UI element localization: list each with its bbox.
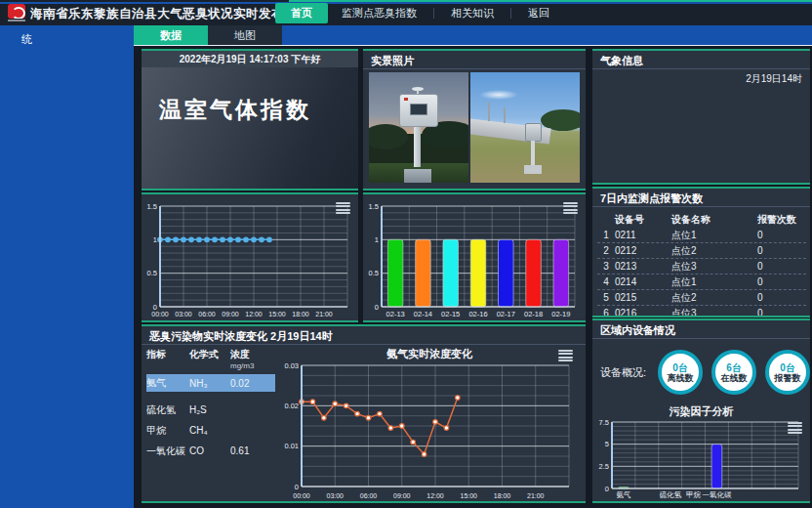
nav-separator <box>433 8 434 19</box>
svg-text:02-19: 02-19 <box>551 310 570 318</box>
chart-menu-icon[interactable] <box>563 202 578 214</box>
online-count-badge: 6台 在线数 <box>711 350 756 395</box>
svg-text:0.03: 0.03 <box>284 361 299 370</box>
panel-title: 气象信息 <box>592 51 810 69</box>
chart-menu-icon[interactable] <box>336 202 350 214</box>
scene-photos-panel: 实景照片 <box>363 49 586 190</box>
alarm-count-badge: 0台 报警数 <box>765 350 810 395</box>
odor-concentration-panel: 恶臭污染物实时浓度变化 2月19日14时 指标 化学式 浓度mg/m3 氨气 N… <box>142 324 586 503</box>
svg-text:7.5: 7.5 <box>599 418 609 427</box>
svg-text:0: 0 <box>605 485 609 493</box>
cabinet-screen <box>410 104 427 115</box>
nav-item-home[interactable]: 首页 <box>275 3 328 23</box>
greenhouse-index-title: 温室气体指数 <box>159 95 311 125</box>
svg-text:0.5: 0.5 <box>147 269 157 277</box>
svg-text:06:00: 06:00 <box>360 492 378 499</box>
nav-item-odor-index[interactable]: 监测点恶臭指数 <box>328 3 430 23</box>
main-nav: 首页 监测点恶臭指数 相关知识 返回 <box>275 3 563 22</box>
tab-data[interactable]: 数据 <box>134 25 208 45</box>
svg-text:02-15: 02-15 <box>441 310 460 318</box>
svg-text:18:00: 18:00 <box>292 311 309 318</box>
alarm-count-panel: 7日内监测点报警次数 设备号 设备名称 报警次数 1 0211 点位1 0 2 … <box>592 187 810 318</box>
nh3-chart-title: 氨气实时浓度变化 <box>276 346 583 361</box>
svg-text:15:00: 15:00 <box>268 311 286 318</box>
greeting-panel: 2022年2月19日 14:17:03 下午好 温室气体指数 <box>142 49 358 190</box>
photo-right-field-station <box>470 72 580 183</box>
monitoring-cabinet <box>399 94 438 127</box>
device-sensor <box>412 87 424 91</box>
svg-text:甲烷: 甲烷 <box>686 490 702 499</box>
odor-row-ch4[interactable]: 甲烷 CH₄ <box>146 420 275 441</box>
chart-menu-icon[interactable] <box>558 350 573 361</box>
svg-text:02-14: 02-14 <box>414 310 432 318</box>
cloud <box>479 90 518 100</box>
svg-text:12:00: 12:00 <box>426 492 444 499</box>
svg-text:1: 1 <box>153 235 157 244</box>
svg-text:18:00: 18:00 <box>494 492 511 499</box>
pollution-factor-bar-chart: 02.557.5氨气硫化氢甲烷一氧化碳 <box>594 418 806 503</box>
table-row: 6 0216 点位3 0 <box>597 306 806 318</box>
svg-text:00:00: 00:00 <box>293 492 310 499</box>
svg-text:21:00: 21:00 <box>527 492 545 499</box>
svg-text:1.5: 1.5 <box>369 202 379 211</box>
device-base <box>524 165 542 174</box>
device-status-panel: 区域内设备情况 设备概况: 0台 离线数 6台 在线数 0台 报警数 污染因子分… <box>592 318 810 503</box>
left-sidebar: 统 <box>0 25 134 508</box>
svg-text:02-16: 02-16 <box>468 310 487 318</box>
svg-text:1: 1 <box>375 235 379 244</box>
svg-text:一氧化碳: 一氧化碳 <box>702 490 732 499</box>
nh3-chart-area: 氨气实时浓度变化 00.010.020.0300:0003:0006:0009:… <box>276 346 583 500</box>
monitoring-cabinet <box>525 123 542 142</box>
device-base <box>404 169 431 183</box>
nav-separator <box>510 8 511 19</box>
svg-text:0.01: 0.01 <box>284 442 299 450</box>
svg-text:15:00: 15:00 <box>460 492 477 499</box>
tab-bar: 数据 地图 <box>134 25 812 46</box>
nav-item-back[interactable]: 返回 <box>514 3 563 23</box>
odor-row-co[interactable]: 一氧化碳 CO 0.61 <box>146 441 275 461</box>
svg-text:00:00: 00:00 <box>151 311 169 318</box>
svg-text:硫化氢: 硫化氢 <box>659 490 681 499</box>
svg-text:02-17: 02-17 <box>497 310 515 318</box>
device-stat-circles: 0台 离线数 6台 在线数 0台 报警数 <box>658 350 810 395</box>
svg-text:02-13: 02-13 <box>386 310 405 318</box>
device-pole <box>531 141 535 166</box>
panel-title: 区域内设备情况 <box>592 320 810 339</box>
pollution-factor-title: 污染因子分析 <box>592 404 810 419</box>
svg-text:氨气: 氨气 <box>616 490 630 499</box>
tab-map[interactable]: 地图 <box>208 25 282 45</box>
svg-text:2.5: 2.5 <box>599 462 609 471</box>
table-row: 3 0213 点位3 0 <box>597 259 806 275</box>
alarm-table-header: 设备号 设备名称 报警次数 <box>597 212 806 228</box>
table-row: 4 0214 点位1 0 <box>597 275 806 290</box>
device-stats-row: 设备概况: 0台 离线数 6台 在线数 0台 报警数 <box>592 342 810 402</box>
odor-row-ammonia[interactable]: 氨气 NH₃ 0.02 <box>146 374 275 392</box>
odor-row-h2s[interactable]: 硫化氢 H₂S <box>146 400 275 420</box>
panel-title: 7日内监测点报警次数 <box>592 189 810 207</box>
app-logo-icon <box>8 4 25 19</box>
chart-menu-icon[interactable] <box>788 422 802 434</box>
svg-text:03:00: 03:00 <box>175 311 192 318</box>
svg-text:03:00: 03:00 <box>326 492 344 499</box>
nav-item-knowledge[interactable]: 相关知识 <box>437 3 508 23</box>
svg-text:5: 5 <box>605 440 609 448</box>
top-navbar: 海南省乐东黎族自治县大气恶臭状况实时发布系 首页 监测点恶臭指数 相关知识 返回 <box>0 0 812 25</box>
datetime-greeting: 2022年2月19日 14:17:03 下午好 <box>142 51 358 67</box>
svg-text:02-18: 02-18 <box>524 310 543 318</box>
weather-timestamp: 2月19日14时 <box>746 72 802 86</box>
svg-text:12:00: 12:00 <box>245 311 263 318</box>
device-pole <box>414 126 421 167</box>
hourly-index-line-chart: 00.511.500:0003:0006:0009:0012:0015:0018… <box>142 196 355 322</box>
weather-info-panel: 气象信息 2月19日14时 <box>592 49 810 185</box>
sidebar-label: 统 <box>21 32 32 47</box>
svg-text:1.5: 1.5 <box>147 202 157 211</box>
app-logo-subtext <box>8 20 25 21</box>
table-row: 1 0211 点位1 0 <box>597 228 806 243</box>
photo-row <box>369 72 580 183</box>
device-overview-label: 设备概况: <box>600 365 652 380</box>
app-title: 海南省乐东黎族自治县大气恶臭状况实时发布系 <box>30 6 297 22</box>
odor-table: 指标 化学式 浓度mg/m3 氨气 NH₃ 0.02 硫化氢 H₂S 甲烷 CH… <box>146 348 275 461</box>
odor-table-header: 指标 化学式 浓度mg/m3 <box>146 348 275 370</box>
panel-title: 实景照片 <box>363 51 586 69</box>
table-row: 2 0212 点位2 0 <box>597 243 806 259</box>
